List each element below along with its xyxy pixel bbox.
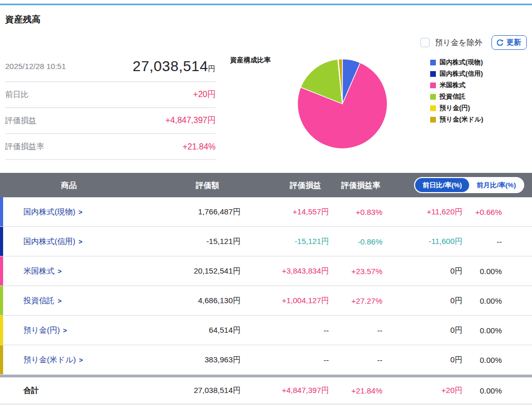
- summary-row-label: 評価損益率: [5, 142, 44, 152]
- product-link[interactable]: 投資信託>: [23, 296, 62, 305]
- legend-item: 国内株式(信用): [430, 70, 483, 78]
- pl-rate-cell: --: [329, 356, 382, 364]
- row-color-strip: [0, 197, 3, 226]
- top-accent-line: [0, 4, 532, 5]
- legend-swatch: [430, 71, 436, 77]
- value-cell: 4,686,130円: [101, 296, 241, 306]
- day-change-cell: 0円: [382, 266, 462, 276]
- day-change-cell: -11,600円: [382, 237, 462, 247]
- table-row: 預り金(米ドル)> 383,963円 -- -- 0円 0.00%: [0, 345, 532, 375]
- total-day-cell: +20円: [382, 386, 462, 396]
- legend-label: 国内株式(現物): [440, 58, 483, 67]
- table-row: 米国株式> 20,152,541円 +3,843,834円 +23.57% 0円…: [0, 256, 532, 286]
- legend-label: 投資信託: [440, 92, 466, 101]
- summary-row-value: +21.84%: [182, 142, 216, 152]
- product-link[interactable]: 預り金(円)>: [23, 325, 67, 334]
- asset-composition-pie-chart: [296, 58, 389, 150]
- legend-item: 投資信託: [430, 92, 483, 101]
- table-header: 商品 評価額 評価損益 評価損益率 前日比/率(%)前月比/率(%): [0, 173, 532, 197]
- value-cell: 383,963円: [101, 355, 241, 365]
- row-color-strip: [0, 256, 3, 286]
- refresh-button-label: 更新: [507, 38, 521, 47]
- pl-cell: +3,843,834円: [241, 266, 329, 276]
- legend-swatch: [430, 105, 436, 111]
- legend-swatch: [430, 117, 436, 123]
- legend-label: 預り金(円): [440, 104, 470, 113]
- chevron-right-icon: >: [78, 238, 83, 246]
- asset-table: 商品 評価額 評価損益 評価損益率 前日比/率(%)前月比/率(%) 国内株式(…: [0, 173, 532, 404]
- value-cell: -15,121円: [101, 237, 241, 247]
- legend-swatch: [430, 60, 436, 65]
- total-asset-value: 27,038,514円: [132, 58, 216, 75]
- total-rate-cell: +21.84%: [329, 386, 382, 395]
- page-title: 資産残高: [5, 13, 41, 25]
- col-header-value: 評価額: [196, 173, 219, 197]
- legend-label: 国内株式(信用): [440, 70, 483, 78]
- refresh-icon: [496, 39, 504, 47]
- day-rate-cell: 0.00%: [462, 296, 517, 305]
- period-toggle-pill[interactable]: 前月比/率(%): [469, 178, 523, 192]
- summary-panel: 2025/12/28 10:51 27,038,514円 前日比 +20円評価損…: [5, 51, 216, 160]
- day-change-cell: 0円: [382, 296, 462, 306]
- summary-metric-rows: 前日比 +20円評価損益 +4,847,397円評価損益率 +21.84%: [5, 82, 216, 160]
- table-row: 預り金(円)> 64,514円 -- -- 0円 0.00%: [0, 316, 532, 345]
- summary-row: 前日比 +20円: [5, 82, 216, 108]
- period-toggle-group: 前日比/率(%)前月比/率(%): [414, 177, 524, 193]
- pie-chart-title: 資産構成比率: [230, 56, 271, 65]
- total-label: 合計: [0, 386, 101, 396]
- summary-row: 評価損益 +4,847,397円: [5, 108, 216, 134]
- pl-rate-cell: +23.57%: [329, 267, 382, 276]
- legend-label: 預り金(米ドル): [440, 115, 483, 124]
- summary-row-label: 前日比: [5, 90, 29, 100]
- pl-rate-cell: +27.27%: [329, 296, 382, 305]
- product-link[interactable]: 預り金(米ドル)>: [23, 355, 83, 364]
- exclude-deposits-checkbox[interactable]: [420, 38, 430, 47]
- row-color-strip: [0, 286, 3, 315]
- pie-chart-legend: 国内株式(現物) 国内株式(信用) 米国株式 投資信託 預り金(円) 預り金(米…: [430, 58, 483, 127]
- pl-cell: --: [241, 326, 329, 335]
- chevron-right-icon: >: [63, 327, 67, 334]
- pl-rate-cell: --: [329, 326, 382, 335]
- refresh-button[interactable]: 更新: [491, 35, 527, 50]
- day-rate-cell: 0.00%: [462, 326, 517, 335]
- table-body: 国内株式(現物)> 1,766,487円 +14,557円 +0.83% +11…: [0, 197, 532, 375]
- product-link[interactable]: 米国株式>: [23, 266, 62, 275]
- table-row: 投資信託> 4,686,130円 +1,004,127円 +27.27% 0円 …: [0, 286, 532, 316]
- exclude-deposits-label: 預り金を除外: [435, 38, 482, 48]
- legend-label: 米国株式: [440, 81, 466, 90]
- day-rate-cell: --: [462, 237, 517, 246]
- summary-row-label: 評価損益: [5, 116, 36, 126]
- col-header-product: 商品: [36, 173, 101, 197]
- header-controls: 預り金を除外 更新: [420, 35, 527, 50]
- chevron-right-icon: >: [58, 267, 62, 275]
- pl-cell: --: [241, 356, 329, 364]
- col-header-pl-rate: 評価損益率: [341, 173, 380, 197]
- value-cell: 20,152,541円: [101, 266, 241, 276]
- pl-cell: +1,004,127円: [241, 296, 329, 306]
- legend-item: 国内株式(現物): [430, 58, 483, 67]
- pie-chart-svg: [296, 58, 389, 150]
- col-header-pl: 評価損益: [290, 173, 321, 197]
- pl-cell: +14,557円: [241, 207, 329, 217]
- summary-row-value: +20円: [193, 89, 216, 100]
- day-change-cell: 0円: [382, 355, 462, 365]
- value-cell: 1,766,487円: [101, 207, 241, 217]
- total-value-cell: 27,038,514円: [101, 386, 241, 396]
- period-toggle-pill[interactable]: 前日比/率(%): [415, 178, 469, 192]
- day-change-cell: +11,620円: [382, 207, 462, 217]
- legend-item: 預り金(円): [430, 104, 483, 113]
- currency-unit: 円: [208, 64, 216, 73]
- pl-rate-cell: +0.83%: [329, 208, 382, 216]
- pl-rate-cell: -0.86%: [329, 237, 382, 246]
- day-rate-cell: 0.00%: [462, 356, 517, 364]
- day-change-cell: 0円: [382, 325, 462, 335]
- table-row: 国内株式(現物)> 1,766,487円 +14,557円 +0.83% +11…: [0, 197, 532, 227]
- chevron-right-icon: >: [78, 208, 83, 216]
- table-total-row: 合計 27,038,514円 +4,847,397円 +21.84% +20円 …: [0, 377, 532, 404]
- day-rate-cell: 0.00%: [462, 267, 517, 276]
- product-link[interactable]: 国内株式(現物)>: [23, 207, 83, 216]
- summary-row: 評価損益率 +21.84%: [5, 134, 216, 160]
- product-link[interactable]: 国内株式(信用)>: [23, 237, 83, 246]
- timestamp: 2025/12/28 10:51: [5, 62, 66, 71]
- row-color-strip: [0, 227, 3, 256]
